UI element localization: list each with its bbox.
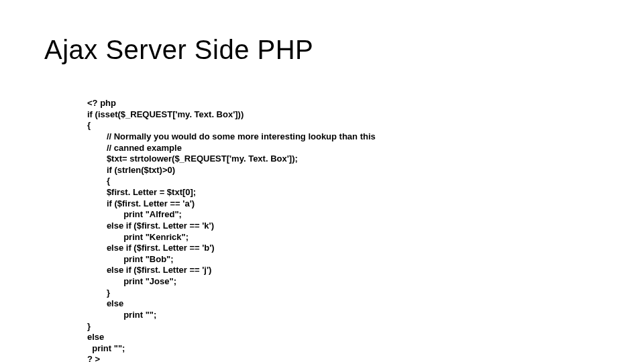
slide: Ajax Server Side PHP <? php if (isset($_…: [0, 0, 644, 362]
code-block: <? php if (isset($_REQUEST['my. Text. Bo…: [87, 98, 376, 362]
slide-title: Ajax Server Side PHP: [44, 35, 313, 65]
